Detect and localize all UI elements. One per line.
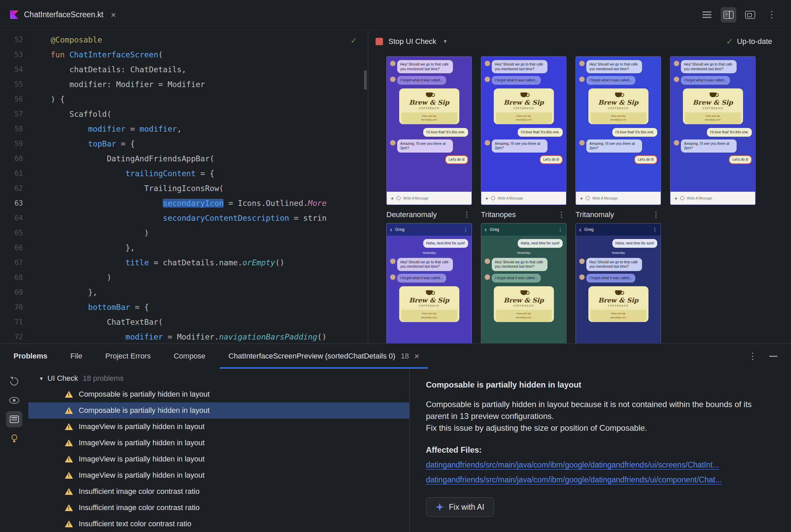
coffee-cup-icon <box>615 290 622 295</box>
tab-preview[interactable]: ChatInterfaceScreenPreview (sortedChatDe… <box>217 344 430 368</box>
problem-item[interactable]: ImageView is partially hidden in layout <box>29 419 409 435</box>
tool-window-title[interactable]: Problems <box>2 344 59 368</box>
chat-preview[interactable]: Hey! Should we go to that cafe you menti… <box>481 56 566 205</box>
ui-check-toolbar: Stop UI Check ▾ ✓ Up-to-date <box>368 30 791 53</box>
line-number: 55 <box>0 77 23 92</box>
preview-eye-icon[interactable] <box>6 392 22 408</box>
tab-close-icon[interactable]: × <box>415 352 420 361</box>
write-message-bar[interactable]: + Write A Message <box>670 192 755 205</box>
problem-item[interactable]: Insufficient text color contrast ratio <box>29 516 409 532</box>
device-preview-icon[interactable] <box>742 7 758 23</box>
code-line[interactable]: 69 }, <box>0 285 368 300</box>
stop-icon[interactable] <box>375 38 383 45</box>
more-options-icon[interactable]: ⋮ <box>764 7 779 23</box>
code-line[interactable]: 54 chatDetails: ChatDetails, <box>0 62 368 77</box>
editor-scrollbar[interactable] <box>364 70 367 90</box>
details-view-icon[interactable] <box>6 411 22 428</box>
code-line[interactable]: 72 modifier = Modifier.navigationBarsPad… <box>0 329 368 343</box>
problem-text: Composable is partially hidden in layout <box>79 390 210 399</box>
code-line[interactable]: 63 secondaryIcon = Icons.Outlined.More <box>0 196 368 211</box>
editor-list-icon[interactable] <box>699 7 715 23</box>
lines-icon <box>702 12 711 18</box>
code-line[interactable]: 67 title = chatDetails.name.orEmpty() <box>0 255 368 270</box>
preview-menu-icon[interactable]: ⋮ <box>652 211 661 218</box>
chat-preview[interactable]: Hey! Should we go to that cafe you menti… <box>670 56 756 205</box>
problem-item[interactable]: ImageView is partially hidden in layout <box>29 451 409 467</box>
preview-config-name: Deuteranomaly <box>386 210 437 219</box>
problems-group[interactable]: ▾ UI Check 18 problems <box>29 370 409 386</box>
code-line[interactable]: 65 ) <box>0 226 368 240</box>
tab-file[interactable]: File <box>59 344 94 368</box>
preview-menu-icon[interactable]: ⋮ <box>463 211 472 218</box>
more-options-icon[interactable]: ⋮ <box>748 352 757 361</box>
code-line[interactable]: 53fun ChatInterfaceScreen( <box>0 47 368 62</box>
problem-item[interactable]: Insufficient image color contrast ratio <box>29 483 409 499</box>
card-caption-line: brew&sip.com <box>403 118 456 122</box>
problem-item[interactable]: Insufficient image color contrast ratio <box>29 499 409 516</box>
write-message-bar[interactable]: + Write A Message <box>387 192 472 205</box>
message-row: Amazing, I'll see you there at 2pm? <box>674 139 752 153</box>
code-line[interactable]: 55 modifier: Modifier = Modifier <box>0 77 368 92</box>
message-row: Haha, next time for sure! <box>485 239 563 248</box>
problem-item[interactable]: Composable is partially hidden in layout <box>29 386 409 402</box>
chat-bubble: I forgot what it was called... <box>492 274 541 283</box>
code-line[interactable]: 60 DatingAndFriendsAppBar( <box>0 151 368 166</box>
chat-preview[interactable]: ‹ Greg ⋮ Haha, next time for sure! Yeste… <box>481 223 566 343</box>
code-line[interactable]: 56) { <box>0 92 368 107</box>
tab-close-icon[interactable]: × <box>111 11 116 19</box>
code-line[interactable]: 61 trailingContent = { <box>0 166 368 181</box>
split-editor-icon[interactable] <box>721 7 736 23</box>
contact-name: Greg <box>490 227 499 232</box>
code-line[interactable]: 64 secondaryContentDescription = strin <box>0 211 368 226</box>
tab-compose[interactable]: Compose <box>162 344 217 368</box>
tab-project-errors[interactable]: Project Errors <box>94 344 162 368</box>
preview-menu-icon[interactable]: ⋮ <box>558 211 566 218</box>
message-row: I forgot what it was called... <box>579 76 657 85</box>
fix-with-ai-button[interactable]: Fix with AI <box>426 497 494 517</box>
inspection-ok-icon[interactable]: ✓ <box>351 35 356 45</box>
code-editor[interactable]: 52@Composable53fun ChatInterfaceScreen(5… <box>0 30 368 343</box>
chat-preview[interactable]: ‹ Greg ⋮ Haha, next time for sure! Yeste… <box>386 223 472 343</box>
code-line[interactable]: 58 modifier = modifier, <box>0 121 368 136</box>
problem-item[interactable]: Composable is partially hidden in layout <box>29 402 409 419</box>
code-line[interactable]: 71 ChatTextBar( <box>0 315 368 329</box>
problems-list: Composable is partially hidden in layout… <box>29 386 409 532</box>
write-message-bar[interactable]: + Write A Message <box>576 192 661 205</box>
chat-bubble: I'd love that! It's this one. <box>707 128 752 137</box>
card-caption-line: brew and sip <box>592 114 645 118</box>
line-number: 66 <box>0 240 23 255</box>
code-line[interactable]: 68 ) <box>0 270 368 285</box>
chevron-down-icon[interactable]: ▾ <box>444 38 447 45</box>
chat-preview[interactable]: Hey! Should we go to that cafe you menti… <box>575 56 661 205</box>
preview-config-name: Tritanopes <box>481 210 516 219</box>
brew-sip-card: Brew & Sip COFFEE&CO brew and sip brew&s… <box>683 89 743 124</box>
rerun-icon[interactable] <box>6 373 22 390</box>
problem-text: ImageView is partially hidden in layout <box>79 471 205 480</box>
code-text: secondaryIcon = Icons.Outlined.More <box>51 196 327 211</box>
chevron-down-icon[interactable]: ▾ <box>40 375 43 382</box>
chat-bubble: Hey! Should we go to that cafe you menti… <box>586 258 642 271</box>
code-line[interactable]: 52@Composable <box>0 33 368 47</box>
card-subtitle: COFFEE&CO <box>419 107 440 109</box>
code-line[interactable]: 62 TrailingIconsRow( <box>0 181 368 196</box>
chat-preview[interactable]: ‹ Greg ⋮ Haha, next time for sure! Yeste… <box>575 223 661 343</box>
problem-item[interactable]: ImageView is partially hidden in layout <box>29 467 409 483</box>
stop-ui-check-label[interactable]: Stop UI Check <box>388 37 436 46</box>
code-line[interactable]: 66 }, <box>0 240 368 255</box>
split-view-icon <box>723 11 734 19</box>
minimize-icon[interactable] <box>769 356 777 357</box>
chat-preview[interactable]: Hey! Should we go to that cafe you menti… <box>386 56 472 205</box>
avatar <box>485 61 490 66</box>
code-text: modifier = Modifier.navigationBarsPaddin… <box>51 329 327 343</box>
affected-file-link[interactable]: datingandfriends/src/main/java/com/ibm/g… <box>426 475 775 484</box>
write-message-bar[interactable]: + Write A Message <box>481 192 566 205</box>
affected-file-link[interactable]: datingandfriends/src/main/java/com/ibm/g… <box>426 460 775 470</box>
code-line[interactable]: 70 bottomBar = { <box>0 300 368 315</box>
editor-tab[interactable]: ChatInterfaceScreen.kt × <box>0 0 125 30</box>
quickfix-bulb-icon[interactable] <box>6 430 22 446</box>
problem-item[interactable]: ImageView is partially hidden in layout <box>29 435 409 451</box>
code-line[interactable]: 59 topBar = { <box>0 136 368 151</box>
coffee-cup-icon <box>710 93 716 97</box>
message-row: I'd love that! It's this one. <box>674 128 752 137</box>
code-line[interactable]: 57 Scaffold( <box>0 107 368 121</box>
